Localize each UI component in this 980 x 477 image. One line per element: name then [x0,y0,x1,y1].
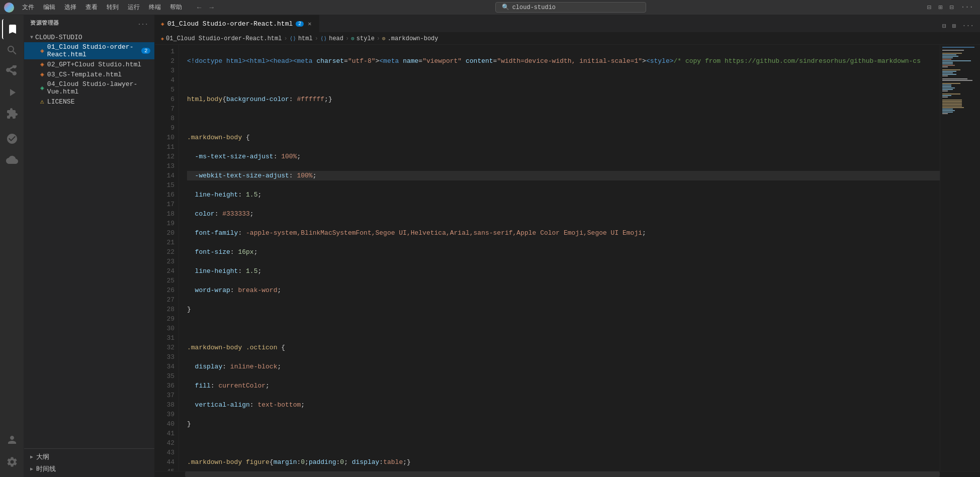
tab-file-icon: ◈ [161,21,164,27]
sidebar: 资源管理器 ... ▼ CLOUD-STUDIO ◈ 01_Cloud Stud… [24,15,155,477]
tab-split-icon[interactable]: ⊟ [940,20,948,32]
window-more[interactable]: ··· [958,2,976,13]
sidebar-outline[interactable]: ▶ 大纲 [24,451,154,463]
window-split2[interactable]: ⊟ [947,2,956,13]
code-content[interactable]: <!doctype html><html><head><meta charset… [179,45,940,471]
vue-file-icon: ◈ [40,84,44,92]
breadcrumb-head[interactable]: head [329,35,343,42]
code-line-3: html,body{background-color: #ffffff;} [187,94,940,104]
menu-edit[interactable]: 编辑 [39,2,59,13]
tab-bar: ◈ 01_Cloud Studio-order-React.html 2 ✕ ⊟… [155,15,980,33]
menu-help[interactable]: 帮助 [166,2,186,13]
breadcrumb-selector-icon: ⊙ [382,35,386,42]
folder-chevron-icon: ▼ [30,35,33,40]
search-bar: 🔍 cloud-studio [221,2,921,13]
horizontal-scrollbar[interactable] [155,471,980,477]
code-line-14: } [187,305,940,314]
search-icon: 🔍 [502,4,509,11]
sidebar-more-icon[interactable]: ... [138,20,148,26]
activity-settings[interactable] [2,452,22,472]
breadcrumb-html-icon: ⟨⟩ [290,35,296,42]
app-logo [4,3,14,13]
window-layout[interactable]: ⊞ [936,2,945,13]
search-box[interactable]: 🔍 cloud-studio [495,2,646,13]
line-numbers: 1 2 3 4 5 6 7 8 9 10 11 12 13 14 15 16 1… [155,45,179,471]
code-line-20: } [187,419,940,429]
breadcrumb-sep1: › [284,35,287,42]
breadcrumb-sep4: › [377,35,380,42]
menu-terminal[interactable]: 终端 [145,2,165,13]
sidebar-item-file1[interactable]: ◈ 01_Cloud Studio-order-React.html 2 [24,42,154,59]
menu-run[interactable]: 运行 [124,2,144,13]
activity-account[interactable] [2,430,22,450]
code-line-11: font-size: 16px; [187,247,940,257]
license-file-icon: ⚠ [40,98,44,106]
sidebar-item-file2[interactable]: ◈ 02_GPT+Cloud Studio.html [24,59,154,69]
breadcrumb-file-icon: ◈ [161,36,164,42]
activity-search[interactable] [2,40,22,60]
code-line-2 [187,75,940,85]
tab-bar-actions: ⊟ ⊞ ··· [936,20,980,32]
nav-forward[interactable]: → [206,3,216,13]
code-line-12: line-height: 1.5; [187,266,940,276]
breadcrumb-style[interactable]: style [357,35,375,42]
activity-run[interactable] [2,82,22,103]
minimap [940,45,980,471]
activity-bar-bottom [2,430,22,477]
file4-name: 04_Cloud Studio-lawyer-Vue.html [47,80,150,96]
file1-name: 01_Cloud Studio-order-React.html [47,43,138,58]
tab-more-icon[interactable]: ··· [960,20,976,32]
code-line-9: color: #333333; [187,209,940,219]
tab-layout-icon[interactable]: ⊞ [950,20,958,32]
menu-file[interactable]: 文件 [18,2,38,13]
timeline-chevron-icon: ▶ [30,466,33,472]
code-line-16: .markdown-body .octicon { [187,343,940,352]
nav-back[interactable]: ← [194,3,204,13]
breadcrumb-sep2: › [315,35,318,42]
sidebar-header: 资源管理器 ... [24,15,154,31]
code-line-5: .markdown-body { [187,133,940,142]
activity-remote[interactable] [2,129,22,149]
sidebar-root-folder[interactable]: ▼ CLOUD-STUDIO [24,33,154,42]
main-layout: 资源管理器 ... ▼ CLOUD-STUDIO ◈ 01_Cloud Stud… [0,15,980,477]
nav-buttons: ← → [194,3,217,13]
menu-view[interactable]: 查看 [81,2,102,13]
activity-bar [0,15,24,477]
timeline-label: 时间线 [36,464,56,473]
tab1-badge: 2 [296,21,304,27]
code-line-15 [187,324,940,333]
code-line-22: .markdown-body figure{margin:0;padding:0… [187,457,940,467]
code-line-8: line-height: 1.5; [187,190,940,200]
sidebar-footer: ▶ 大纲 ▶ 时间线 [24,448,154,477]
sidebar-timeline[interactable]: ▶ 时间线 [24,463,154,475]
root-folder-label: CLOUD-STUDIO [35,34,82,41]
sidebar-item-license[interactable]: ⚠ LICENSE [24,97,154,107]
activity-extensions[interactable] [2,104,22,124]
activity-source-control[interactable] [2,61,22,81]
activity-cloud[interactable] [2,150,22,170]
breadcrumb-head-icon: ⟨⟩ [320,35,327,42]
activity-explorer[interactable] [2,19,22,39]
code-editor: 1 2 3 4 5 6 7 8 9 10 11 12 13 14 15 16 1… [155,45,980,471]
code-line-10: font-family: -apple-system,BlinkMacSyste… [187,228,940,238]
breadcrumb-file[interactable]: 01_Cloud Studio-order-React.html [166,35,282,42]
code-line-13: word-wrap: break-word; [187,285,940,295]
menu-bar: 文件 编辑 选择 查看 转到 运行 终端 帮助 [18,2,186,13]
breadcrumb-selector[interactable]: .markdown-body [388,35,438,42]
code-line-7: -webkit-text-size-adjust: 100%; [187,171,940,180]
menu-goto[interactable]: 转到 [103,2,123,13]
window-split[interactable]: ⊟ [924,2,933,13]
tab1-close-icon[interactable]: ✕ [307,19,312,29]
code-line-17: display: inline-block; [187,362,940,371]
titlebar: 文件 编辑 选择 查看 转到 运行 终端 帮助 ← → 🔍 cloud-stud… [0,0,980,15]
file2-name: 02_GPT+Cloud Studio.html [47,61,141,68]
search-input-label: cloud-studio [512,4,556,11]
sidebar-item-file3[interactable]: ◈ 03_CS-Template.html [24,69,154,79]
breadcrumb-html[interactable]: html [298,35,313,42]
menu-select[interactable]: 选择 [60,2,80,13]
tab1-label: 01_Cloud Studio-order-React.html [167,20,293,28]
sidebar-item-file4[interactable]: ◈ 04_Cloud Studio-lawyer-Vue.html [24,79,154,97]
outline-chevron-icon: ▶ [30,454,33,460]
editor-tab-1[interactable]: ◈ 01_Cloud Studio-order-React.html 2 ✕ [155,15,319,32]
outline-label: 大纲 [36,452,49,461]
